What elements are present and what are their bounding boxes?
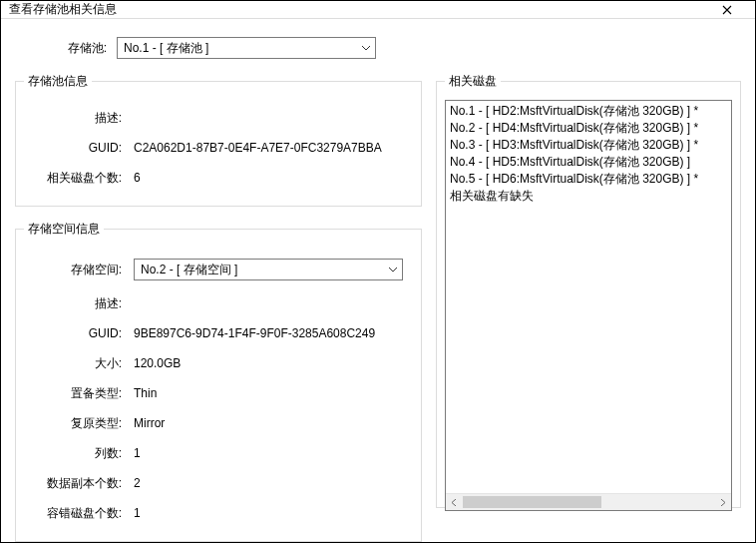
pool-selector-row: 存储池: No.1 - [ 存储池 ] — [15, 37, 741, 59]
space-size-label: 大小: — [24, 355, 134, 372]
space-desc-label: 描述: — [24, 295, 134, 312]
space-tolerate-label: 容错磁盘个数: — [24, 505, 134, 522]
space-guid-label: GUID: — [24, 326, 134, 340]
pool-diskcount-label: 相关磁盘个数: — [24, 170, 134, 187]
list-item[interactable]: No.1 - [ HD2:MsftVirtualDisk(存储池 320GB) … — [450, 103, 727, 120]
related-disks-content: No.1 - [ HD2:MsftVirtualDisk(存储池 320GB) … — [446, 101, 731, 493]
list-item[interactable]: No.5 - [ HD6:MsftVirtualDisk(存储池 320GB) … — [450, 171, 727, 188]
space-prov-value: Thin — [134, 386, 413, 400]
pool-info-group: 存储池信息 描述: GUID: C2A062D1-87B7-0E4F-A7E7-… — [15, 73, 422, 207]
list-item[interactable]: No.3 - [ HD3:MsftVirtualDisk(存储池 320GB) … — [450, 137, 727, 154]
pool-diskcount-value: 6 — [134, 171, 413, 185]
space-info-legend: 存储空间信息 — [24, 221, 104, 238]
close-icon — [722, 3, 732, 17]
pool-guid-label: GUID: — [24, 141, 134, 155]
space-cols-label: 列数: — [24, 445, 134, 462]
left-column: 存储池信息 描述: GUID: C2A062D1-87B7-0E4F-A7E7-… — [15, 73, 422, 542]
space-selector-label: 存储空间: — [24, 262, 134, 278]
space-cols-value: 1 — [134, 446, 413, 460]
horizontal-scrollbar[interactable] — [446, 493, 731, 510]
space-size-value: 120.0GB — [134, 356, 413, 370]
space-prov-label: 置备类型: — [24, 385, 134, 402]
space-tolerate-value: 1 — [134, 506, 413, 520]
related-disks-list-wrap: No.1 - [ HD2:MsftVirtualDisk(存储池 320GB) … — [445, 100, 732, 511]
list-item[interactable]: No.2 - [ HD4:MsftVirtualDisk(存储池 320GB) … — [450, 120, 727, 137]
chevron-left-icon — [451, 499, 458, 506]
pool-select-value: No.1 - [ 存储池 ] — [124, 40, 208, 57]
close-button[interactable] — [707, 1, 747, 18]
pool-guid-value: C2A062D1-87B7-0E4F-A7E7-0FC3279A7BBA — [134, 141, 413, 155]
space-select-value: No.2 - [ 存储空间 ] — [141, 262, 237, 278]
space-select[interactable]: No.2 - [ 存储空间 ] — [134, 259, 403, 280]
list-item[interactable]: No.4 - [ HD5:MsftVirtualDisk(存储池 320GB) … — [450, 154, 727, 171]
scroll-right-button[interactable] — [714, 494, 731, 510]
columns: 存储池信息 描述: GUID: C2A062D1-87B7-0E4F-A7E7-… — [15, 73, 741, 542]
space-guid-value: 9BE897C6-9D74-1F4F-9F0F-3285A608C249 — [134, 326, 413, 340]
chevron-down-icon — [361, 45, 371, 51]
pool-select[interactable]: No.1 - [ 存储池 ] — [117, 37, 376, 59]
titlebar: 查看存储池相关信息 — [1, 1, 755, 19]
scroll-left-button[interactable] — [446, 494, 463, 510]
right-column: 相关磁盘 No.1 - [ HD2:MsftVirtualDisk(存储池 32… — [436, 73, 741, 508]
space-info-group: 存储空间信息 存储空间: No.2 - [ 存储空间 ] 描述: — [15, 221, 422, 542]
chevron-right-icon — [719, 499, 726, 506]
space-copies-value: 2 — [134, 476, 413, 490]
related-disks-legend: 相关磁盘 — [445, 73, 501, 90]
scroll-thumb[interactable] — [463, 496, 601, 508]
list-item[interactable]: 相关磁盘有缺失 — [450, 188, 727, 205]
pool-info-legend: 存储池信息 — [24, 73, 92, 90]
related-disks-listbox[interactable]: No.1 - [ HD2:MsftVirtualDisk(存储池 320GB) … — [445, 100, 732, 511]
pool-desc-label: 描述: — [24, 110, 134, 127]
window-title: 查看存储池相关信息 — [9, 1, 707, 18]
space-resil-value: Mirror — [134, 416, 413, 430]
related-disks-group: 相关磁盘 No.1 - [ HD2:MsftVirtualDisk(存储池 32… — [436, 73, 741, 508]
space-copies-label: 数据副本个数: — [24, 475, 134, 492]
dialog-body: 存储池: No.1 - [ 存储池 ] 存储池信息 描述: GUID: — [1, 19, 755, 543]
chevron-down-icon — [388, 267, 398, 272]
pool-selector-label: 存储池: — [15, 40, 117, 57]
dialog-window: 查看存储池相关信息 存储池: No.1 - [ 存储池 ] 存储池信息 — [0, 0, 756, 543]
space-resil-label: 复原类型: — [24, 415, 134, 432]
scroll-track[interactable] — [463, 494, 714, 510]
